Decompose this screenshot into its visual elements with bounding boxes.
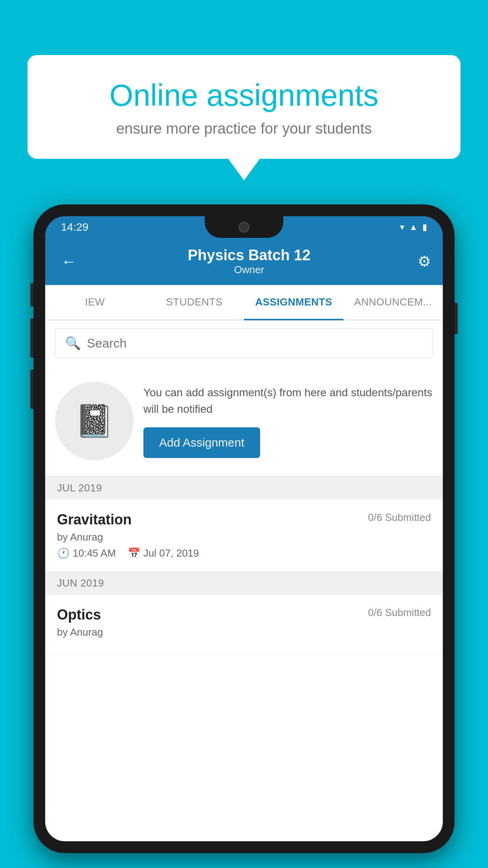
assignment-item-gravitation[interactable]: Gravitation 0/6 Submitted by Anurag 🕐 10…: [45, 500, 443, 572]
calendar-icon: 📅: [128, 547, 140, 559]
settings-button[interactable]: ⚙: [418, 253, 431, 270]
tab-iew[interactable]: IEW: [45, 285, 145, 320]
month-separator-jul: JUL 2019: [45, 476, 443, 500]
assignment-author-optics: by Anurag: [57, 626, 431, 638]
search-container: 🔍: [45, 320, 443, 366]
battery-icon: ▮: [422, 222, 427, 232]
assignment-date-gravitation: 📅 Jul 07, 2019: [128, 547, 199, 559]
phone-container: 14:29 ▾ ▲ ▮ ← Physics Batch 12 Owner ⚙ I…: [33, 204, 455, 868]
volume-up-button: [30, 318, 33, 358]
phone-notch: [205, 216, 283, 238]
app-bar: ← Physics Batch 12 Owner ⚙: [45, 238, 443, 285]
phone-frame: 14:29 ▾ ▲ ▮ ← Physics Batch 12 Owner ⚙ I…: [33, 204, 455, 853]
search-icon: 🔍: [65, 336, 81, 351]
status-time: 14:29: [61, 221, 88, 234]
speech-bubble: Online assignments ensure more practice …: [28, 55, 460, 159]
app-bar-title-section: Physics Batch 12 Owner: [188, 247, 311, 276]
assignment-header-optics: Optics 0/6 Submitted: [57, 607, 431, 623]
tab-bar: IEW STUDENTS ASSIGNMENTS ANNOUNCEM...: [45, 285, 443, 320]
front-camera: [238, 222, 250, 233]
info-content: You can add assignment(s) from here and …: [143, 384, 433, 458]
clock-icon: 🕐: [57, 547, 70, 559]
app-bar-title: Physics Batch 12: [188, 247, 311, 264]
speech-bubble-container: Online assignments ensure more practice …: [28, 55, 460, 180]
assignment-meta-gravitation: 🕐 10:45 AM 📅 Jul 07, 2019: [57, 547, 431, 559]
assignment-item-optics[interactable]: Optics 0/6 Submitted by Anurag: [45, 595, 443, 655]
wifi-icon: ▾: [400, 222, 404, 232]
notebook-icon: 📓: [75, 403, 114, 440]
assignment-title-optics: Optics: [57, 607, 101, 623]
search-input-wrapper: 🔍: [55, 328, 433, 358]
back-button[interactable]: ←: [57, 249, 81, 274]
speech-bubble-arrow: [228, 159, 260, 180]
volume-down-button: [30, 370, 33, 409]
assignment-submitted-optics: 0/6 Submitted: [368, 607, 431, 619]
assignment-title-gravitation: Gravitation: [57, 511, 132, 528]
signal-icon: ▲: [409, 222, 418, 232]
tab-students[interactable]: STUDENTS: [145, 285, 244, 320]
silent-button: [30, 283, 33, 307]
app-bar-subtitle: Owner: [188, 264, 311, 276]
speech-bubble-subtitle: ensure more practice for your students: [51, 120, 437, 137]
status-icons: ▾ ▲ ▮: [400, 222, 427, 232]
scroll-content: 🔍 📓 You can add assignment(s) from here …: [45, 320, 443, 820]
app-screen: ← Physics Batch 12 Owner ⚙ IEW STUDENTS …: [45, 238, 443, 841]
assignment-submitted-gravitation: 0/6 Submitted: [368, 511, 431, 524]
speech-bubble-title: Online assignments: [51, 79, 437, 112]
search-input[interactable]: [87, 336, 423, 351]
info-description: You can add assignment(s) from here and …: [143, 384, 433, 417]
tab-assignments[interactable]: ASSIGNMENTS: [244, 285, 343, 320]
tab-announcements[interactable]: ANNOUNCEM...: [343, 285, 443, 320]
assignment-time-gravitation: 🕐 10:45 AM: [57, 547, 116, 559]
add-assignment-button[interactable]: Add Assignment: [143, 427, 260, 458]
assignment-date-value: Jul 07, 2019: [143, 547, 199, 559]
assignment-time-value: 10:45 AM: [73, 547, 116, 559]
info-section: 📓 You can add assignment(s) from here an…: [45, 366, 443, 476]
month-separator-jun: JUN 2019: [45, 572, 443, 595]
assignment-icon-circle: 📓: [55, 382, 134, 460]
power-button: [455, 303, 458, 334]
assignment-author-gravitation: by Anurag: [57, 531, 431, 543]
assignment-header: Gravitation 0/6 Submitted: [57, 511, 431, 528]
